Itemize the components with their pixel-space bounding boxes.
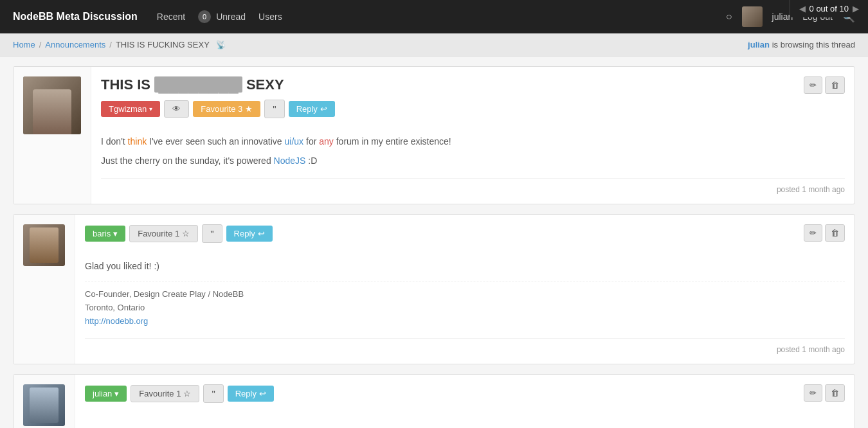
rss-icon[interactable]: 📡 (216, 40, 226, 49)
navbar-recent-link[interactable]: Recent (157, 12, 185, 22)
post-3-edit-button[interactable]: ✏ (804, 384, 822, 402)
browsing-text: is browsing this thread (772, 40, 855, 49)
author-2-dropdown-caret: ▾ (113, 229, 118, 238)
post-3-delete-button[interactable]: 🗑 (825, 384, 845, 402)
post-2-favourite-label: Favourite 1 (138, 229, 179, 238)
post-1-avatar-col (14, 67, 91, 204)
post-3-reply-label: Reply (235, 389, 257, 398)
post-2-signature: Co-Founder, Design Create Play / NodeBB … (85, 281, 845, 328)
post-3-actions: julian ▾ Favourite 1 ☆ " Reply ↩ (85, 384, 845, 403)
post-1-posted-time: posted 1 month ago (777, 185, 845, 194)
post-1-footer: posted 1 month ago (101, 178, 845, 194)
post-1-body-line1: I don't think I've ever seen such an inn… (101, 134, 845, 148)
unread-count-badge: 0 (198, 10, 211, 23)
reply-icon: ↩ (320, 104, 327, 114)
post-2-favourite-button[interactable]: Favourite 1 ☆ (129, 225, 198, 242)
post-2-avatar (23, 224, 65, 266)
quote-3-icon: " (212, 388, 215, 399)
navbar-unread-link[interactable]: Unread (216, 12, 246, 22)
eye-icon: 👁 (172, 104, 181, 114)
post-2-body-line1: Glad you liked it! :) (85, 259, 845, 273)
post-3-quote-button[interactable]: " (203, 384, 223, 403)
post-1-edit-button[interactable]: ✏ (804, 76, 822, 94)
post-2-quote-button[interactable]: " (202, 224, 222, 243)
author-dropdown-caret: ▾ (149, 105, 152, 112)
post-3-content: julian ▾ Favourite 1 ☆ " Reply ↩ ✏ 🗑 (75, 375, 854, 428)
breadcrumb-category[interactable]: Announcements (45, 40, 105, 49)
post-3-author-name: julian (93, 389, 112, 398)
post-3-author-button[interactable]: julian ▾ (85, 386, 127, 402)
post-counter-label: 0 out of 10 (809, 4, 849, 13)
reply-3-icon: ↩ (259, 389, 266, 398)
post-1-delete-button[interactable]: 🗑 (825, 76, 845, 94)
navbar: NodeBB Meta Discussion Recent 0 Unread U… (0, 0, 868, 33)
quote-2-icon: " (210, 228, 213, 239)
post-1-author-name: Tgwizman (109, 104, 147, 114)
post-3-favourite-button[interactable]: Favourite 1 ☆ (131, 385, 199, 402)
post-1-title: THIS IS ████████ SEXY (101, 76, 845, 93)
post-1-body: I don't think I've ever seen such an inn… (101, 128, 845, 168)
browsing-info: julian is browsing this thread (748, 40, 855, 49)
post-2-footer: posted 1 month ago (85, 338, 845, 354)
post-counter-next-arrow[interactable]: ▶ (853, 4, 859, 13)
breadcrumb-home[interactable]: Home (13, 40, 35, 49)
post-2-edit-button[interactable]: ✏ (804, 224, 822, 242)
post-2-body: Glad you liked it! :) Co-Founder, Design… (85, 253, 845, 328)
post-2-author-name: baris (93, 229, 111, 238)
breadcrumb-bar: Home / Announcements / THIS IS FUCKING S… (0, 33, 868, 57)
post-1-edit-actions: ✏ 🗑 (804, 76, 845, 94)
post-counter-badge: ◀ 0 out of 10 ▶ (790, 0, 868, 17)
navbar-brand: NodeBB Meta Discussion (13, 11, 138, 22)
star-3-icon: ☆ (183, 389, 191, 398)
post-1-author-button[interactable]: Tgwizman ▾ (101, 101, 160, 117)
browsing-username: julian (748, 40, 770, 49)
quote-icon: " (273, 103, 276, 114)
post-2-reply-button[interactable]: Reply ↩ (226, 226, 273, 242)
post-card-1: THIS IS ████████ SEXY Tgwizman ▾ 👁 Favou… (13, 66, 855, 204)
post-1-content: THIS IS ████████ SEXY Tgwizman ▾ 👁 Favou… (91, 67, 854, 204)
post-2-delete-button[interactable]: 🗑 (825, 224, 845, 242)
navbar-users-link[interactable]: Users (258, 12, 282, 22)
sig-line2: Toronto, Ontario (85, 301, 845, 315)
post-3-reply-button[interactable]: Reply ↩ (228, 386, 274, 402)
post-title-pre: THIS IS (101, 76, 154, 93)
post-2-reply-label: Reply (234, 229, 255, 238)
post-1-favourite-button[interactable]: Favourite 3 ★ (193, 101, 260, 117)
reply-2-icon: ↩ (258, 229, 265, 238)
post-2-actions: baris ▾ Favourite 1 ☆ " Reply ↩ (85, 224, 845, 243)
author-3-dropdown-caret: ▾ (114, 389, 119, 398)
post-1-body-line2: Just the cherry on the sunday, it's powe… (101, 154, 845, 168)
post-card-3: julian ▾ Favourite 1 ☆ " Reply ↩ ✏ 🗑 (13, 374, 855, 428)
breadcrumb-sep-1: / (39, 40, 42, 49)
post-1-actions: Tgwizman ▾ 👁 Favourite 3 ★ " Reply ↩ (101, 100, 845, 118)
post-title-censored: ████████ (154, 76, 242, 93)
post-3-avatar-col (14, 375, 75, 428)
post-2-avatar-col (14, 215, 75, 364)
sig-line1: Co-Founder, Design Create Play / NodeBB (85, 288, 845, 301)
post-3-edit-actions: ✏ 🗑 (804, 384, 845, 402)
post-3-favourite-label: Favourite 1 (139, 389, 181, 398)
star-2-icon: ☆ (182, 229, 190, 238)
sig-link[interactable]: http://nodebb.org (85, 316, 148, 326)
post-1-quote-button[interactable]: " (264, 100, 284, 118)
post-title-post: SEXY (242, 76, 284, 93)
post-1-reply-label: Reply (296, 104, 318, 114)
post-1-watch-button[interactable]: 👁 (164, 100, 189, 118)
post-2-posted-time: posted 1 month ago (777, 345, 845, 354)
globe-icon: ○ (726, 11, 732, 22)
post-2-content: baris ▾ Favourite 1 ☆ " Reply ↩ ✏ 🗑 (75, 215, 854, 364)
post-1-reply-button[interactable]: Reply ↩ (289, 101, 335, 117)
post-card-2: baris ▾ Favourite 1 ☆ " Reply ↩ ✏ 🗑 (13, 214, 855, 364)
post-1-favourite-label: Favourite 3 (201, 104, 242, 114)
breadcrumb: Home / Announcements / THIS IS FUCKING S… (13, 40, 226, 49)
post-2-edit-actions: ✏ 🗑 (804, 224, 845, 242)
breadcrumb-sep-2: / (109, 40, 112, 49)
star-icon: ★ (245, 104, 253, 114)
breadcrumb-thread-title: THIS IS FUCKING SEXY (116, 40, 210, 49)
post-3-avatar (23, 384, 65, 426)
post-counter-prev-arrow[interactable]: ◀ (799, 4, 806, 13)
post-2-author-button[interactable]: baris ▾ (85, 226, 125, 242)
main-content: THIS IS ████████ SEXY Tgwizman ▾ 👁 Favou… (0, 57, 868, 428)
post-1-avatar (23, 76, 81, 134)
user-avatar[interactable] (742, 6, 763, 27)
